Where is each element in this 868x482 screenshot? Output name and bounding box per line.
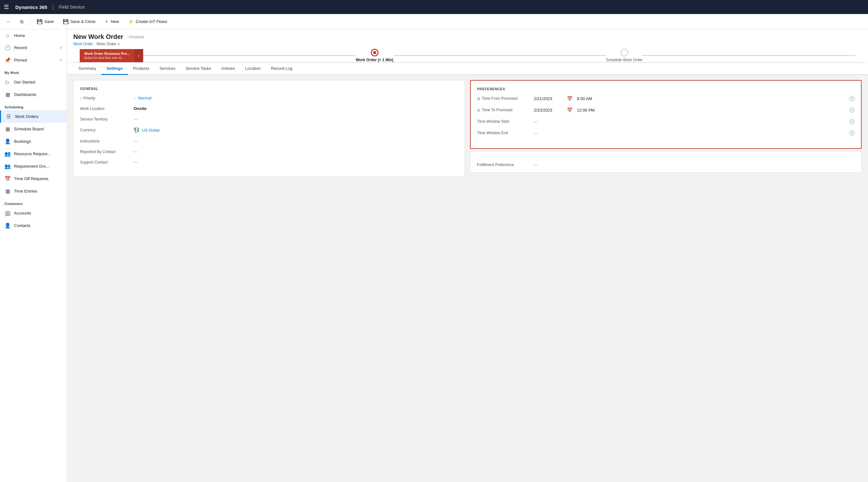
customers-section: Customers: [0, 197, 67, 207]
time-window-start-value[interactable]: ---: [534, 119, 847, 124]
sidebar-item-contacts[interactable]: 👤 Contacts: [0, 219, 67, 232]
status-badge: - Unsaved: [126, 35, 144, 39]
nav-divider: |: [52, 4, 54, 10]
settings-content: GENERAL ↕ Priority ↕ Normal: [67, 75, 868, 482]
sidebar-item-get-started[interactable]: ▷ Get Started: [0, 76, 67, 88]
breadcrumb-item-1[interactable]: Work Order: [73, 42, 93, 46]
currency-icon: 💱: [134, 127, 140, 133]
sidebar-item-accounts[interactable]: 🏢 Accounts: [0, 207, 67, 219]
reported-by-value[interactable]: ---: [134, 149, 458, 154]
fulfillment-value[interactable]: ---: [533, 162, 855, 167]
priority-value[interactable]: ↕ Normal: [134, 96, 458, 100]
breadcrumb-chevron-icon: ∨: [117, 42, 120, 46]
scheduling-section: Scheduling: [0, 101, 67, 110]
sidebar-item-resource-req[interactable]: 👥 Resource Require...: [0, 148, 67, 160]
support-contact-value[interactable]: ---: [134, 160, 458, 164]
currency-value[interactable]: 💱 US Dollar: [134, 127, 458, 133]
time-window-start-row: Time Window Start --- 🕐: [477, 119, 855, 124]
service-territory-value[interactable]: ---: [134, 117, 458, 122]
step-pill-title: Work Order Business Pro...: [84, 52, 130, 56]
general-card: GENERAL ↕ Priority ↕ Normal: [73, 80, 465, 177]
save-close-button[interactable]: 💾 Save & Close: [59, 17, 99, 27]
chevron-down-icon: ∨: [60, 58, 62, 62]
main-layout: ⌂ Home 🕐 Recent ∨ 📌 Pinned ∨ My Work ▷ G…: [0, 29, 868, 482]
step-1-inner: [373, 51, 376, 54]
dashboards-icon: ▦: [4, 92, 11, 98]
sidebar-item-schedule-board[interactable]: ▦ Schedule Board: [0, 123, 67, 135]
reported-by-row: Reported By Contact ---: [80, 149, 458, 154]
resource-req-icon: 👥: [4, 151, 11, 157]
sidebar-item-dashboards[interactable]: ▦ Dashboards: [0, 88, 67, 101]
save-icon: 💾: [37, 19, 43, 25]
preferences-section: PREFERENCES ⊕ Time From Promised 2/21/20…: [470, 80, 862, 177]
sidebar-item-work-orders[interactable]: ☰ Work Orders: [0, 110, 67, 123]
general-title: GENERAL: [80, 87, 458, 91]
popout-button[interactable]: ⧉: [16, 17, 27, 27]
reported-by-label: Reported By Contact: [80, 150, 131, 154]
bookings-icon: 👤: [4, 138, 11, 144]
back-button[interactable]: ←: [3, 17, 15, 26]
iot-icon: ⚡: [128, 19, 134, 25]
time-to-date[interactable]: 2/23/2023: [534, 108, 562, 113]
service-territory-row: Service Territory ---: [80, 117, 458, 122]
calendar-icon-from[interactable]: 📅: [567, 96, 572, 101]
tab-location[interactable]: Location: [240, 63, 266, 75]
clock-icon-from[interactable]: 🕐: [849, 96, 855, 101]
get-started-icon: ▷: [4, 79, 11, 85]
time-from-promised-row: ⊕ Time From Promised 2/21/2023 📅 8:00 AM…: [477, 96, 855, 101]
tab-products[interactable]: Products: [128, 63, 154, 75]
time-to-time[interactable]: 12:00 PM: [577, 108, 847, 113]
instructions-row: Instructions ---: [80, 139, 458, 143]
time-from-promised-label: ⊕ Time From Promised: [477, 96, 531, 101]
currency-label: Currency: [80, 128, 131, 132]
step-2-wrapper: Schedule Work Order: [606, 49, 643, 62]
tab-record-log[interactable]: Record Log: [266, 63, 298, 75]
clock-icon-window-start[interactable]: 🕐: [849, 119, 855, 124]
sidebar-item-time-entries[interactable]: ▦ Time Entries: [0, 185, 67, 197]
step-2-circle: [621, 49, 628, 57]
req-group-icon: 👥: [4, 163, 11, 169]
time-window-end-label: Time Window End: [477, 131, 531, 135]
module-name: Field Service: [59, 4, 85, 9]
step-line-right: [643, 55, 855, 56]
tab-summary[interactable]: Summary: [73, 63, 101, 75]
tab-settings[interactable]: Settings: [101, 63, 128, 75]
currency-row: Currency 💱 US Dollar: [80, 127, 458, 133]
time-window-end-row: Time Window End --- 🕐: [477, 130, 855, 135]
steps-wrapper: Work Order (< 1 Min) Schedule Work Order: [143, 49, 855, 62]
breadcrumb-item-2[interactable]: Work Order: [97, 42, 116, 46]
step-2-label: Schedule Work Order: [606, 58, 643, 62]
time-from-icon: ⊕: [477, 96, 480, 101]
step-collapse-button[interactable]: ‹: [134, 49, 143, 62]
sidebar-item-req-group[interactable]: 👥 Requirement Gro...: [0, 160, 67, 172]
time-window-end-value[interactable]: ---: [534, 131, 847, 135]
priority-sort-icon: ↕: [134, 96, 136, 100]
cmd-divider-1: [30, 18, 30, 26]
calendar-icon-to[interactable]: 📅: [567, 107, 572, 113]
preferences-title: PREFERENCES: [477, 87, 855, 91]
time-from-date[interactable]: 2/21/2023: [534, 96, 562, 101]
clock-icon-to[interactable]: 🕐: [849, 107, 855, 113]
hamburger-menu[interactable]: ☰: [4, 3, 9, 10]
preferences-card: PREFERENCES ⊕ Time From Promised 2/21/20…: [470, 80, 862, 149]
work-location-label: Work Location: [80, 106, 131, 111]
page-header: New Work Order - Unsaved Work Order · Wo…: [67, 29, 868, 63]
save-button[interactable]: 💾 Save: [33, 17, 58, 27]
tab-service-tasks[interactable]: Service Tasks: [181, 63, 216, 75]
new-button[interactable]: ＋ New: [100, 17, 123, 27]
iot-flows-button[interactable]: ⚡ Create IoT Flows: [124, 17, 171, 27]
sidebar-item-time-off[interactable]: 📅 Time Off Requests: [0, 172, 67, 185]
sidebar-item-bookings[interactable]: 👤 Bookings: [0, 135, 67, 148]
fulfillment-card: Fulfillment Preference ---: [470, 152, 862, 172]
clock-icon-window-end[interactable]: 🕐: [849, 130, 855, 135]
instructions-value[interactable]: ---: [134, 139, 458, 143]
tabs-bar: Summary Settings Products Services Servi…: [67, 63, 868, 75]
accounts-icon: 🏢: [4, 210, 11, 216]
sidebar-item-home[interactable]: ⌂ Home: [0, 29, 67, 41]
sidebar-item-recent[interactable]: 🕐 Recent ∨: [0, 41, 67, 54]
time-from-time[interactable]: 8:00 AM: [577, 96, 847, 101]
sidebar-item-pinned[interactable]: 📌 Pinned ∨: [0, 54, 67, 66]
tab-articles[interactable]: Articles: [216, 63, 240, 75]
tab-services[interactable]: Services: [154, 63, 181, 75]
service-territory-label: Service Territory: [80, 117, 131, 122]
